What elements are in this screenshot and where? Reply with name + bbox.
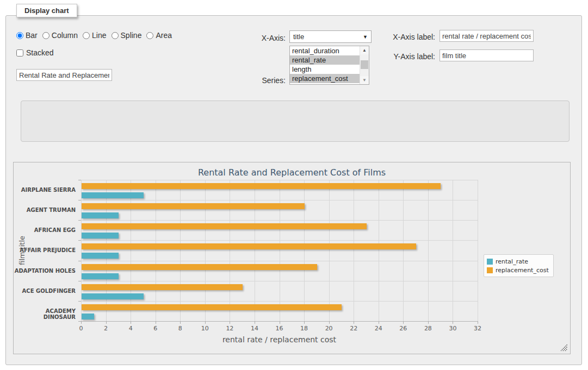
x-tick [428,321,429,324]
grid-line [131,180,131,321]
chart-type-option-line[interactable]: Line [83,31,106,40]
y-tick [78,180,81,180]
chart-type-radio-line[interactable] [83,32,90,39]
chart-type-radio-column[interactable] [42,32,49,39]
grid-line [280,180,280,321]
bar-rental_rate[interactable] [82,313,94,319]
x-tick-label: 16 [269,325,290,332]
x-tick-label: 14 [244,325,265,332]
chart-type-radio-area[interactable] [146,32,153,39]
grid-line [81,180,82,321]
chart-type-radios: BarColumnLineSplineArea [16,31,172,40]
y-tick [78,220,81,221]
scrollbar-thumb[interactable] [361,60,368,69]
x-tick-label: 0 [70,325,92,332]
chart-type-radio-label: Line [92,31,106,40]
stacked-checkbox[interactable] [16,49,23,57]
chart-type-radio-label: Area [156,31,172,40]
listbox-scrollbar[interactable]: ▲ ▼ [360,46,369,84]
x-tick-label: 12 [219,325,240,332]
x-tick [478,321,478,324]
x-tick [354,321,354,324]
y-category-label: AFFAIR PREJUDICE [14,247,76,253]
chart-type-radio-label: Spline [121,31,142,40]
grid-line [205,180,206,321]
x-tick-label: 10 [194,325,216,332]
y-axis-label-input[interactable] [440,49,534,61]
series-option-replacement_cost[interactable]: replacement_cost [290,74,360,83]
x-tick-label: 24 [368,325,389,332]
plot-area [81,180,478,321]
chart-type-option-area[interactable]: Area [146,31,172,40]
series-listbox[interactable]: rental_durationrental_ratelengthreplacem… [289,46,369,85]
bar-replacement_cost[interactable] [82,203,305,209]
series-list-label: Series: [231,76,286,85]
x-tick-label: 4 [120,325,141,332]
grid-line [304,180,305,321]
x-axis-label-input[interactable] [440,30,534,42]
bar-rental_rate[interactable] [82,293,144,299]
bar-rental_rate[interactable] [82,273,119,279]
x-tick-label: 26 [392,325,414,332]
y-tick [78,321,81,322]
grid-line [354,180,354,321]
chart-title-input[interactable] [16,69,112,81]
bar-rental_rate[interactable] [82,212,119,218]
row-controls-panel: Start row: Number of rows: Go [21,101,570,142]
x-tick [180,321,181,324]
y-category-label: AGENT TRUMAN [14,207,76,213]
bar-rental_rate[interactable] [82,233,119,239]
scroll-up-icon[interactable]: ▲ [360,46,369,54]
grid-line [81,281,478,281]
legend-swatch [487,259,493,265]
chart-type-option-column[interactable]: Column [42,31,78,40]
chart-type-option-spline[interactable]: Spline [112,31,142,40]
bar-replacement_cost[interactable] [82,264,317,270]
resize-grip-icon[interactable] [561,344,567,351]
scroll-down-icon[interactable]: ▼ [360,76,369,84]
legend-label: rental_rate [496,258,528,265]
x-tick [453,321,453,324]
legend-label: replacement_cost [496,267,549,274]
x-tick-label: 28 [417,325,439,332]
x-tick [280,321,280,324]
grid-line [379,180,379,321]
grid-line [81,180,478,180]
y-tick [78,301,81,302]
legend-item-rental_rate[interactable]: rental_rate [487,257,549,266]
bar-rental_rate[interactable] [82,192,144,198]
legend-item-replacement_cost[interactable]: replacement_cost [487,266,549,274]
grid-line [329,180,330,321]
grid-line [478,180,478,321]
series-options: rental_durationrental_ratelengthreplacem… [290,46,360,84]
grid-line [428,180,429,321]
chart-type-option-bar[interactable]: Bar [16,31,38,40]
x-tick-label: 2 [95,325,117,332]
grid-line [255,180,255,321]
x-tick-label: 8 [169,325,191,332]
y-category-label: ACE GOLDFINGER [14,288,76,294]
bar-rental_rate[interactable] [82,253,119,259]
chart-container: Rental Rate and Replacement Cost of Film… [13,162,571,354]
bar-replacement_cost[interactable] [82,304,342,310]
x-tick-label: 22 [343,325,364,332]
series-option-rental_rate[interactable]: rental_rate [290,55,360,65]
chart-type-radio-spline[interactable] [112,32,119,39]
bar-replacement_cost[interactable] [82,223,367,229]
x-tick-label: 32 [467,325,488,332]
grid-line [81,301,478,302]
grid-line [81,240,478,241]
series-option-length[interactable]: length [290,65,360,74]
scrollbar-track[interactable] [360,54,369,76]
x-axis-select[interactable]: title ▼ [289,30,372,43]
x-tick-label: 30 [442,325,463,332]
bar-replacement_cost[interactable] [82,243,416,249]
chart-type-radio-label: Column [52,31,78,40]
chart-type-radio-bar[interactable] [16,32,23,39]
bar-replacement_cost[interactable] [82,284,243,290]
y-category-label: AIRPLANE SIERRA [14,187,76,193]
series-option-rental_duration[interactable]: rental_duration [290,46,360,55]
y-tick [78,240,81,241]
bar-replacement_cost[interactable] [82,183,441,189]
x-tick [205,321,206,324]
